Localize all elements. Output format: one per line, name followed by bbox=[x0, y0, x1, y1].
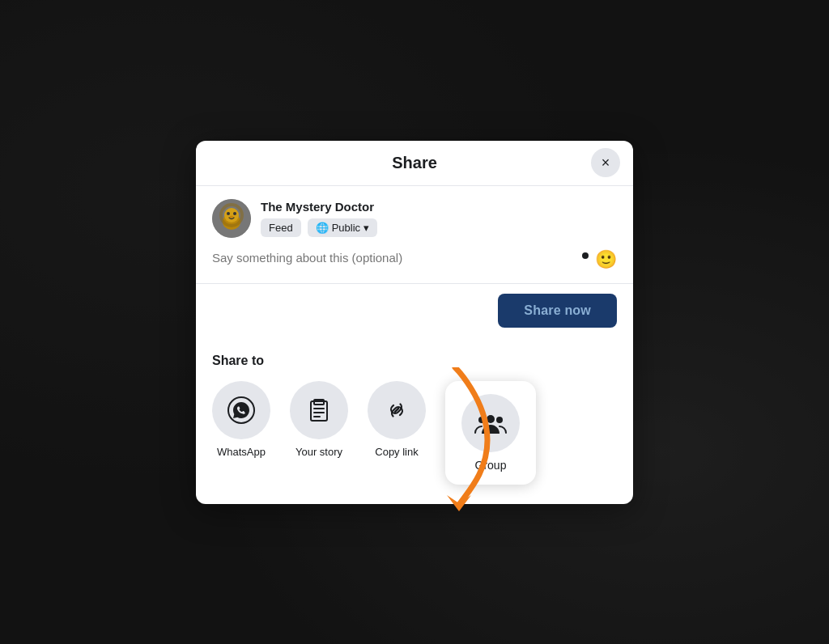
emoji-icon: 🙂 bbox=[595, 249, 617, 269]
globe-icon: 🌐 bbox=[316, 222, 329, 234]
modal-title: Share bbox=[392, 154, 437, 172]
whatsapp-icon bbox=[227, 396, 256, 425]
copy-link-label: Copy link bbox=[375, 446, 418, 458]
svg-point-14 bbox=[487, 415, 495, 423]
caption-area: 🙂 bbox=[212, 248, 617, 270]
public-badge[interactable]: 🌐 Public ▾ bbox=[308, 218, 377, 237]
copy-link-icon-circle bbox=[368, 381, 426, 439]
chevron-icon: ▾ bbox=[363, 222, 369, 234]
share-now-button[interactable]: Share now bbox=[498, 294, 617, 328]
your-story-icon-circle bbox=[290, 381, 348, 439]
copy-link-icon bbox=[382, 396, 411, 425]
caption-input[interactable] bbox=[212, 248, 576, 268]
share-to-title: Share to bbox=[212, 354, 617, 368]
close-button[interactable]: × bbox=[591, 148, 620, 177]
group-icon-circle bbox=[461, 394, 520, 452]
svg-point-5 bbox=[233, 212, 236, 215]
svg-point-4 bbox=[227, 212, 230, 215]
group-label: Group bbox=[475, 459, 507, 472]
share-item-your-story[interactable]: Your story bbox=[290, 381, 348, 458]
share-icons-row: WhatsApp Your story bbox=[212, 381, 617, 485]
feed-badge[interactable]: Feed bbox=[261, 218, 301, 237]
user-name: The Mystery Doctor bbox=[261, 200, 377, 214]
user-info: The Mystery Doctor Feed 🌐 Public ▾ bbox=[261, 200, 377, 237]
svg-point-15 bbox=[478, 417, 485, 423]
svg-point-6 bbox=[230, 215, 234, 218]
badges: Feed 🌐 Public ▾ bbox=[261, 218, 377, 237]
share-modal: Share × bbox=[196, 141, 633, 504]
svg-point-16 bbox=[496, 417, 503, 423]
modal-header: Share × bbox=[196, 141, 633, 186]
share-to-section: Share to WhatsApp bbox=[196, 341, 633, 504]
whatsapp-label: WhatsApp bbox=[217, 446, 266, 458]
svg-point-3 bbox=[224, 208, 239, 222]
avatar-image bbox=[212, 199, 251, 238]
user-row: The Mystery Doctor Feed 🌐 Public ▾ bbox=[212, 199, 617, 238]
share-item-copy-link[interactable]: Copy link bbox=[368, 381, 426, 458]
your-story-icon bbox=[304, 396, 334, 425]
modal-body: The Mystery Doctor Feed 🌐 Public ▾ � bbox=[196, 186, 633, 284]
avatar bbox=[212, 199, 251, 238]
group-icon bbox=[474, 406, 508, 440]
emoji-button[interactable]: 🙂 bbox=[595, 249, 617, 270]
dot-indicator bbox=[582, 252, 589, 259]
share-item-group[interactable]: Group bbox=[445, 381, 536, 485]
your-story-label: Your story bbox=[295, 446, 342, 458]
whatsapp-icon-circle bbox=[212, 381, 270, 439]
share-item-whatsapp[interactable]: WhatsApp bbox=[212, 381, 270, 458]
share-now-row: Share now bbox=[196, 284, 633, 341]
